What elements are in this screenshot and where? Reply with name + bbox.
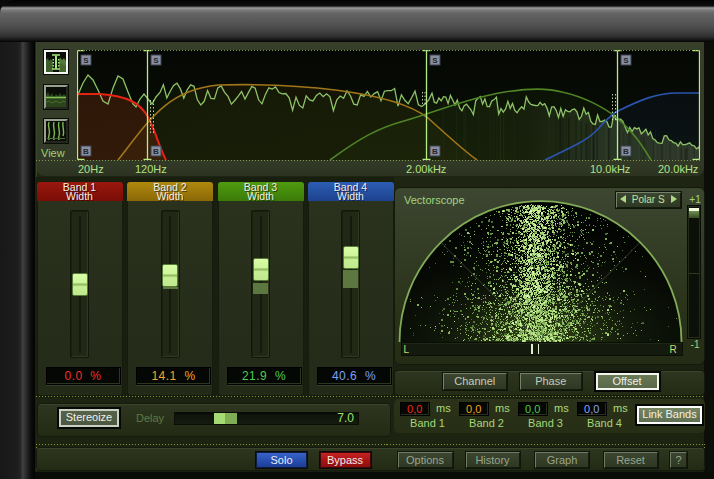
svg-text:S: S [153,56,159,65]
svg-text:B: B [432,147,438,156]
svg-text:B: B [83,147,89,156]
svg-text:S: S [83,56,89,65]
svg-text:S: S [432,56,438,65]
svg-text:B: B [153,147,159,156]
svg-text:B: B [623,147,629,156]
svg-text:S: S [623,56,629,65]
